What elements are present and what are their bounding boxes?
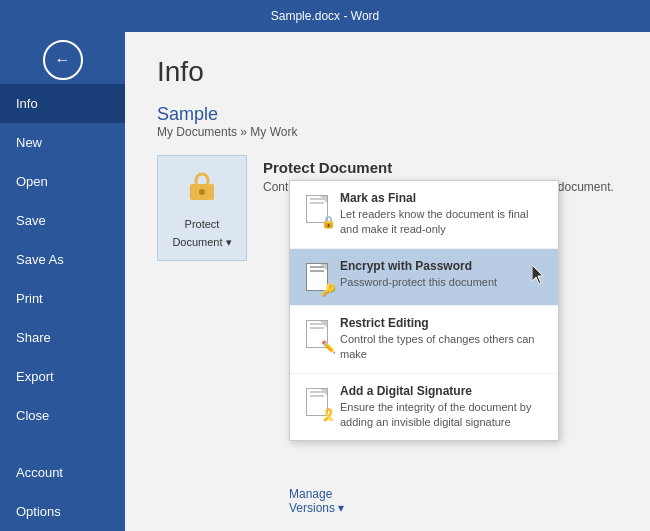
cursor-indicator: [532, 265, 546, 289]
mark-final-text: Mark as Final Let readers know the docum…: [340, 191, 546, 238]
sidebar-item-saveas[interactable]: Save As: [0, 240, 125, 279]
svg-marker-3: [532, 265, 543, 284]
sidebar: ← Info New Open Save Save As Print Share…: [0, 32, 125, 531]
doc-path: My Documents » My Work: [157, 125, 618, 139]
menu-item-restrict-editing[interactable]: ✏️ Restrict Editing Control the types of…: [290, 306, 558, 374]
sidebar-item-share[interactable]: Share: [0, 318, 125, 357]
protect-info-title: Protect Document: [263, 159, 618, 176]
sidebar-item-open[interactable]: Open: [0, 162, 125, 201]
sidebar-bottom: Account Options: [0, 453, 125, 531]
manage-versions-section: ManageVersions ▾: [289, 475, 344, 515]
menu-item-digital-signature[interactable]: 🎗️ Add a Digital Signature Ensure the in…: [290, 374, 558, 441]
restrict-editing-text: Restrict Editing Control the types of ch…: [340, 316, 546, 363]
menu-item-mark-final[interactable]: 🔒 Mark as Final Let readers know the doc…: [290, 181, 558, 249]
sidebar-item-options[interactable]: Options: [0, 492, 125, 531]
title-text: Sample.docx - Word: [271, 9, 380, 23]
manage-versions-button[interactable]: ManageVersions ▾: [289, 487, 344, 515]
protect-dropdown: 🔒 Mark as Final Let readers know the doc…: [289, 180, 559, 441]
svg-point-2: [199, 189, 205, 195]
doc-title: Sample: [157, 104, 618, 125]
sidebar-item-close[interactable]: Close: [0, 396, 125, 435]
encrypt-password-icon: 🔑: [302, 259, 332, 295]
back-button[interactable]: ←: [43, 40, 83, 80]
mark-final-icon: 🔒: [302, 191, 332, 227]
menu-item-encrypt-password[interactable]: 🔑 Encrypt with Password Password-protect…: [290, 249, 558, 306]
sidebar-item-new[interactable]: New: [0, 123, 125, 162]
protect-document-button[interactable]: ProtectDocument ▾: [157, 155, 247, 261]
sidebar-item-export[interactable]: Export: [0, 357, 125, 396]
encrypt-password-text: Encrypt with Password Password-protect t…: [340, 259, 497, 290]
restrict-editing-icon: ✏️: [302, 316, 332, 352]
protect-icon: [166, 166, 238, 212]
digital-signature-text: Add a Digital Signature Ensure the integ…: [340, 384, 546, 431]
sidebar-item-info[interactable]: Info: [0, 84, 125, 123]
protect-button-label: ProtectDocument ▾: [172, 218, 231, 248]
sidebar-item-save[interactable]: Save: [0, 201, 125, 240]
page-title: Info: [157, 56, 618, 88]
content-area: Info Sample My Documents » My Work Prote…: [125, 32, 650, 531]
title-bar: Sample.docx - Word: [0, 0, 650, 32]
sidebar-item-print[interactable]: Print: [0, 279, 125, 318]
digital-signature-icon: 🎗️: [302, 384, 332, 420]
sidebar-item-account[interactable]: Account: [0, 453, 125, 492]
